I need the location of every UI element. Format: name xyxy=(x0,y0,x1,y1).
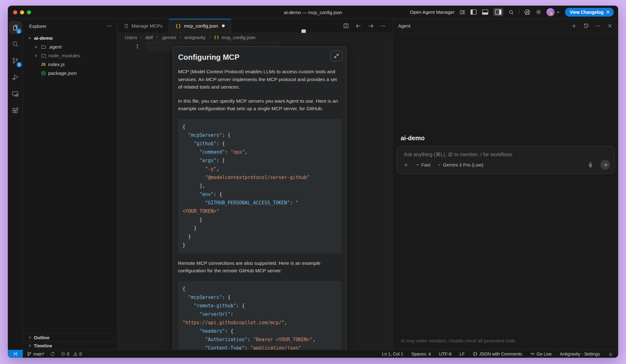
code-line: } xyxy=(182,216,337,224)
activity-explorer-button[interactable]: 1 xyxy=(9,21,22,34)
tree-item-label: .agent xyxy=(48,44,62,50)
popup-paragraph: Remote MCP connections are also supporte… xyxy=(178,259,341,275)
new-conversation-icon[interactable] xyxy=(571,23,577,29)
code-line: "https://api.githubcopilot.com/mcp/", xyxy=(182,319,337,327)
editor-group: Manage MCPs {} mcp_config.json Users xyxy=(117,19,392,350)
titlebar-divider xyxy=(519,10,519,15)
go-back-icon[interactable] xyxy=(355,23,362,29)
timeline-section[interactable]: Timeline xyxy=(23,341,117,350)
activity-bar: 1 2 xyxy=(8,19,23,350)
history-icon[interactable] xyxy=(583,23,589,29)
agent-input-box[interactable]: Fast Gemini 3 Pro (Low) xyxy=(397,146,615,174)
extensions-icon xyxy=(12,107,19,114)
bell-icon xyxy=(608,351,613,356)
tab-mcp-config-json[interactable]: {} mcp_config.json xyxy=(169,19,231,33)
activity-source-control-button[interactable]: 2 xyxy=(9,54,22,67)
breadcrumb-item[interactable]: mcp_config.json xyxy=(222,35,255,40)
chevron-down-icon xyxy=(437,163,441,167)
breadcrumb: Users dolf .gemini antigravity {} mcp_co… xyxy=(117,33,392,41)
code-line: "Authorization": "Bearer <YOUR_TOKEN>", xyxy=(182,336,337,344)
code-line: "mcpServers": { xyxy=(182,293,337,302)
sync-button[interactable] xyxy=(50,351,55,356)
language-mode-status[interactable]: {} JSON with Comments xyxy=(473,351,522,356)
problems-status[interactable]: 0 0 xyxy=(61,351,82,356)
toggle-right-panel-icon[interactable] xyxy=(493,8,503,16)
git-branch-status[interactable]: main* xyxy=(27,351,44,356)
chevron-right-icon xyxy=(28,344,32,348)
collapse-popup-button[interactable] xyxy=(331,51,342,61)
eol-status[interactable]: LF xyxy=(459,351,464,356)
maximize-window-button[interactable] xyxy=(27,10,31,14)
modified-indicator[interactable] xyxy=(222,24,225,27)
json-braces-icon: {} xyxy=(473,351,478,356)
tab-manage-mcps[interactable]: Manage MCPs xyxy=(117,19,169,33)
toggle-bottom-panel-icon[interactable] xyxy=(482,9,489,15)
code-line: { xyxy=(182,123,337,131)
encoding-status[interactable]: UTF-8 xyxy=(439,351,452,356)
more-actions-icon[interactable] xyxy=(595,23,601,29)
model-selector[interactable]: Gemini 3 Pro (Low) xyxy=(437,162,483,167)
file-icon xyxy=(124,23,129,28)
ai-disclaimer: AI may make mistakes. Double-check all g… xyxy=(401,338,516,343)
scrollbar-thumb[interactable] xyxy=(301,29,306,33)
tree-item-label: ai-demo xyxy=(34,35,53,41)
search-icon[interactable] xyxy=(508,9,514,15)
code-block-1: { "mcpServers": { "github": { "command":… xyxy=(178,119,341,253)
settings-status[interactable]: Antigravity - Settings xyxy=(560,351,600,356)
send-button[interactable] xyxy=(600,160,610,170)
user-avatar[interactable] xyxy=(546,8,555,16)
view-changelog-button[interactable]: View Changelog xyxy=(565,8,614,17)
customize-layout-icon[interactable] xyxy=(459,9,465,15)
warnings-icon xyxy=(73,351,78,356)
code-line: "args": [ xyxy=(182,156,337,165)
microphone-icon[interactable] xyxy=(588,162,593,168)
title-bar: ai-demo — mcp_config.json Open Agent Man… xyxy=(8,6,618,19)
tree-item-ai-demo[interactable]: ai-demo xyxy=(23,34,117,43)
more-actions-icon[interactable] xyxy=(380,23,386,29)
split-editor-icon[interactable] xyxy=(343,23,349,29)
activity-search-button[interactable] xyxy=(9,38,22,50)
close-window-button[interactable] xyxy=(13,10,17,14)
agent-prompt-input[interactable] xyxy=(404,151,608,158)
editor-content[interactable]: 1 Configuring MCP MCP (Model Context Pro… xyxy=(117,41,392,350)
toggle-left-panel-icon[interactable] xyxy=(470,9,477,15)
tree-item-index-js[interactable]: JS index.js xyxy=(23,60,117,69)
mode-selector[interactable]: Fast xyxy=(416,162,430,167)
outline-section[interactable]: Outline xyxy=(23,333,117,341)
activity-run-debug-button[interactable] xyxy=(9,71,22,84)
cursor-position-status[interactable]: Ln 1, Col 1 xyxy=(382,351,403,356)
breadcrumb-item[interactable]: .gemini xyxy=(161,35,176,40)
sidebar-title: Explorer xyxy=(29,23,47,29)
tree-item-agent-folder[interactable]: .agent xyxy=(23,43,117,51)
tree-item-node-modules[interactable]: node_modules xyxy=(23,51,117,60)
chevron-right-icon xyxy=(34,54,38,58)
view-changelog-label: View Changelog xyxy=(570,10,603,15)
go-forward-icon[interactable] xyxy=(368,23,374,29)
window-title: ai-demo — mcp_config.json xyxy=(284,6,342,19)
minimize-window-button[interactable] xyxy=(20,10,24,14)
account-menu[interactable] xyxy=(546,8,560,16)
popup-paragraph: In this file, you can specify MCP server… xyxy=(178,97,341,113)
browser-icon[interactable] xyxy=(524,9,531,15)
activity-remote-explorer-button[interactable] xyxy=(9,88,22,100)
add-context-icon[interactable] xyxy=(403,162,409,168)
indentation-status[interactable]: Spaces: 4 xyxy=(411,351,431,356)
tree-item-package-json[interactable]: package.json xyxy=(23,69,117,78)
code-line: "remote-github": { xyxy=(182,302,337,310)
remote-indicator[interactable] xyxy=(8,350,23,358)
settings-gear-icon[interactable] xyxy=(535,9,542,15)
app-window: ai-demo — mcp_config.json Open Agent Man… xyxy=(8,6,618,358)
close-panel-icon[interactable] xyxy=(607,23,613,28)
explorer-badge: 1 xyxy=(16,28,22,34)
open-agent-manager-button[interactable]: Open Agent Manager xyxy=(410,9,455,15)
breadcrumb-item[interactable]: antigravity xyxy=(184,35,206,40)
more-actions-icon[interactable] xyxy=(106,23,112,29)
status-bar: main* 0 0 Ln 1, Col 1 Spaces: 4 UTF-8 LF… xyxy=(8,350,618,358)
go-live-button[interactable]: Go Live xyxy=(530,351,552,356)
notifications-bell[interactable] xyxy=(608,351,613,356)
chevron-right-icon xyxy=(28,336,32,340)
breadcrumb-item[interactable]: dolf xyxy=(145,35,153,40)
arrow-right-icon xyxy=(603,162,608,167)
breadcrumb-item[interactable]: Users xyxy=(125,35,137,40)
activity-extensions-button[interactable] xyxy=(9,104,22,117)
